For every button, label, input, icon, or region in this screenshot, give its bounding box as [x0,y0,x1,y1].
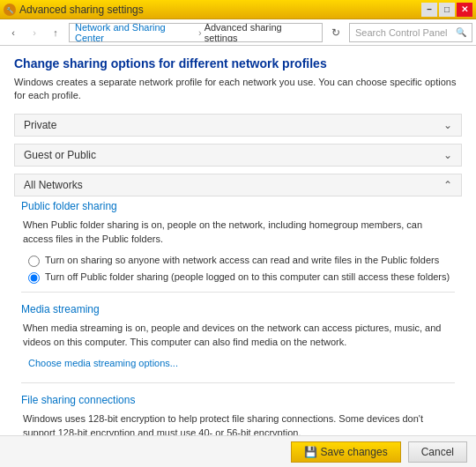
media-streaming-link[interactable]: Choose media streaming options... [28,358,178,368]
bottom-toolbar: 💾 Save changes Cancel [0,435,476,467]
all-networks-content: Public folder sharing When Public folder… [14,196,462,435]
file-sharing-title: File sharing connections [21,390,455,406]
public-folder-radio-2[interactable] [28,272,40,284]
divider-2 [21,382,455,383]
public-folder-option-1[interactable]: Turn on sharing so anyone with network a… [21,254,455,267]
path-current: Advanced sharing settings [205,23,316,42]
svg-text:🔧: 🔧 [6,6,14,14]
section-guest-public-label: Guest or Public [24,149,96,161]
section-private-label: Private [24,119,56,131]
section-all-networks-chevron: ⌃ [443,179,452,191]
window-controls: – □ ✕ [421,3,472,17]
section-all-networks-label: All Networks [24,179,83,191]
search-placeholder: Search Control Panel [355,27,448,38]
save-button[interactable]: 💾 Save changes [291,441,401,463]
minimize-button[interactable]: – [421,3,437,17]
refresh-button[interactable]: ↻ [326,23,346,42]
section-private[interactable]: Private ⌄ [14,114,462,137]
public-folder-label-2: Turn off Public folder sharing (people l… [45,271,450,284]
up-button[interactable]: ↑ [46,23,65,42]
save-icon: 💾 [304,446,317,458]
page-title: Change sharing options for different net… [14,56,462,70]
section-private-chevron: ⌄ [443,119,452,131]
public-folder-description: When Public folder sharing is on, people… [21,218,455,247]
address-bar: ‹ › ↑ Network and Sharing Center › Advan… [0,19,476,46]
cancel-button[interactable]: Cancel [408,441,467,463]
path-network-sharing[interactable]: Network and Sharing Center [75,23,196,42]
media-streaming-title: Media streaming [21,300,455,315]
public-folder-radio-1[interactable] [28,256,40,267]
app-icon: 🔧 [4,4,16,16]
title-bar: 🔧 Advanced sharing settings – □ ✕ [0,0,476,19]
content-area: Change sharing options for different net… [0,46,476,467]
forward-button[interactable]: › [25,23,44,42]
search-box[interactable]: Search Control Panel 🔍 [349,23,472,42]
divider-1 [21,292,455,293]
section-guest-public-chevron: ⌄ [443,149,452,161]
maximize-button[interactable]: □ [439,3,455,17]
media-streaming-description: When media streaming is on, people and d… [21,321,455,350]
window-title: Advanced sharing settings [19,4,144,16]
path-sep-1: › [198,27,202,38]
search-icon: 🔍 [456,27,466,37]
save-label: Save changes [321,446,388,458]
nav-buttons: ‹ › ↑ [4,23,65,42]
address-path[interactable]: Network and Sharing Center › Advanced sh… [69,23,323,42]
page-description: Windows creates a separate network profi… [14,76,462,103]
close-button[interactable]: ✕ [457,3,472,17]
section-all-networks[interactable]: All Networks ⌃ [14,174,462,196]
section-guest-public[interactable]: Guest or Public ⌄ [14,144,462,167]
public-folder-label-1: Turn on sharing so anyone with network a… [45,254,439,267]
public-folder-option-2[interactable]: Turn off Public folder sharing (people l… [21,271,455,284]
public-folder-title: Public folder sharing [21,196,455,212]
file-sharing-description: Windows uses 128-bit encryption to help … [21,411,455,435]
title-bar-left: 🔧 Advanced sharing settings [4,4,144,16]
back-button[interactable]: ‹ [4,23,23,42]
main-content: Change sharing options for different net… [0,46,476,435]
